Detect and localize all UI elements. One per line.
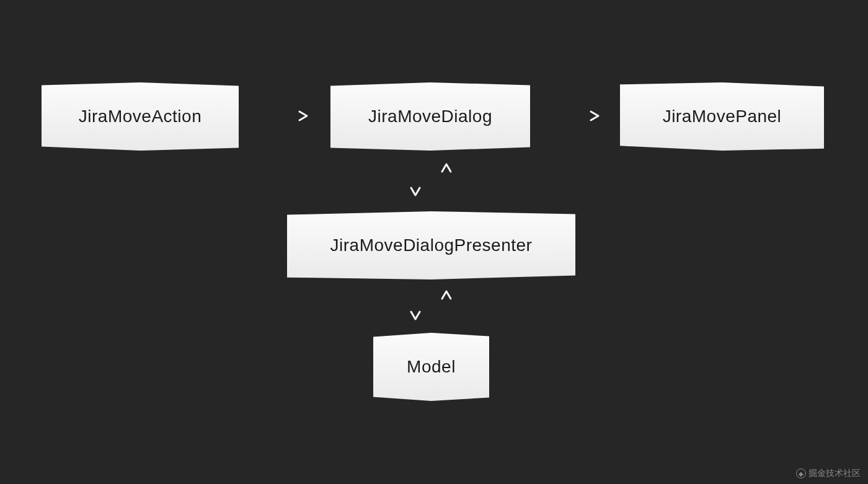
node-jira-move-panel: JiraMovePanel: [620, 82, 824, 151]
node-model: Model: [373, 333, 489, 401]
node-jira-move-action: JiraMoveAction: [42, 82, 239, 151]
watermark-icon: ◆: [796, 469, 806, 478]
watermark-text: 掘金技术社区: [808, 468, 861, 479]
arrow-dialog-presenter-bidirectional: [397, 158, 465, 208]
node-label: JiraMoveDialogPresenter: [330, 235, 533, 255]
arrow-action-to-dialog: [245, 107, 326, 125]
watermark: ◆ 掘金技术社区: [796, 468, 861, 479]
node-label: JiraMoveDialog: [368, 107, 492, 126]
arrow-dialog-to-panel: [536, 107, 617, 125]
node-jira-move-dialog: JiraMoveDialog: [330, 82, 530, 151]
node-label: JiraMoveAction: [79, 107, 202, 126]
node-label: JiraMovePanel: [663, 107, 782, 126]
arrow-presenter-model-bidirectional: [397, 285, 465, 328]
node-label: Model: [407, 357, 456, 377]
diagram-container: JiraMoveAction JiraMoveDialog JiraMovePa…: [0, 0, 868, 484]
node-jira-move-dialog-presenter: JiraMoveDialogPresenter: [287, 211, 575, 279]
